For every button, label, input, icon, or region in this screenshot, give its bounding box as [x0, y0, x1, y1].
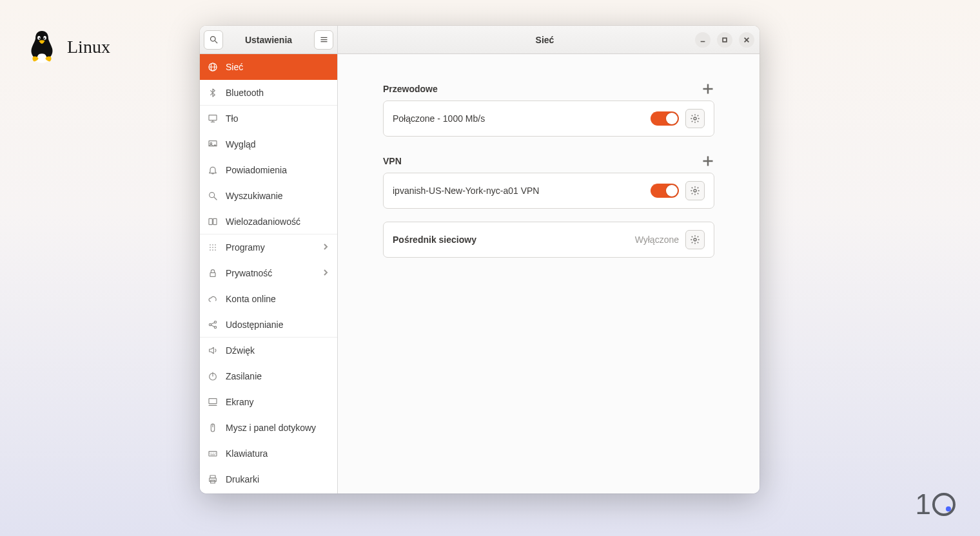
sidebar-item-sound[interactable]: Dźwięk — [200, 338, 337, 363]
desktop-icon — [208, 113, 218, 124]
proxy-status: Wyłączone — [635, 235, 679, 245]
sidebar-item-background[interactable]: Tło — [200, 106, 337, 131]
display-icon — [208, 397, 218, 407]
wired-status: Połączone - 1000 Mb/s — [393, 113, 644, 124]
svg-rect-20 — [209, 218, 212, 224]
maximize-icon — [721, 37, 728, 43]
svg-point-26 — [212, 247, 213, 248]
sidebar-item-label: Sieć — [226, 62, 329, 72]
watermark-zero — [932, 493, 956, 516]
wired-settings-button[interactable] — [685, 109, 705, 128]
mouse-icon — [208, 423, 218, 433]
sidebar-item-label: Wielozadaniowość — [226, 216, 329, 227]
sidebar-item-multitasking[interactable]: Wielozadaniowość — [200, 209, 337, 235]
gear-icon — [690, 235, 700, 245]
svg-point-28 — [210, 249, 211, 251]
hamburger-icon — [319, 35, 329, 44]
gear-icon — [690, 186, 700, 196]
sidebar-item-network[interactable]: Sieć — [200, 54, 337, 80]
sidebar-item-label: Powiadomienia — [226, 165, 329, 175]
watermark-one: 1 — [916, 488, 931, 521]
sidebar-item-label: Programy — [226, 242, 314, 253]
chevron-right-icon — [322, 242, 329, 253]
sidebar-item-apps[interactable]: Programy — [200, 235, 337, 260]
gear-icon — [690, 113, 700, 124]
sidebar-item-label: Drukarki — [226, 474, 329, 484]
svg-rect-13 — [209, 115, 217, 120]
add-vpn-button[interactable] — [701, 155, 714, 168]
wired-section-title: Przewodowe — [383, 84, 438, 94]
os-label-text: Linux — [67, 37, 110, 57]
sidebar-item-printers[interactable]: Drukarki — [200, 466, 337, 492]
svg-rect-39 — [209, 399, 217, 404]
plus-icon — [701, 155, 714, 168]
svg-point-61 — [694, 189, 696, 192]
vpn-card: ipvanish-US-New-York-nyc-a01 VPN — [383, 173, 714, 209]
sidebar-item-mouse[interactable]: Mysz i panel dotykowy — [200, 415, 337, 441]
sidebar-item-appearance[interactable]: Wygląd — [200, 131, 337, 157]
printer-icon — [208, 474, 218, 484]
sidebar-item-sharing[interactable]: Udostępnianie — [200, 312, 337, 338]
sidebar: Ustawienia SiećBluetoothTłoWyglądPowiado… — [200, 26, 338, 493]
sidebar-item-label: Prywatność — [226, 268, 314, 278]
os-label: Linux — [26, 29, 110, 64]
sidebar-item-online[interactable]: Konta online — [200, 286, 337, 312]
proxy-label: Pośrednik sieciowy — [393, 235, 629, 245]
chevron-right-icon — [322, 268, 329, 278]
hamburger-button[interactable] — [314, 30, 333, 50]
appearance-icon — [208, 139, 218, 149]
search-button[interactable] — [204, 30, 223, 50]
close-icon — [743, 37, 750, 43]
sidebar-item-label: Mysz i panel dotykowy — [226, 423, 329, 433]
svg-rect-53 — [723, 38, 727, 42]
sidebar-item-power[interactable]: Zasilanie — [200, 363, 337, 389]
maximize-button[interactable] — [717, 32, 732, 48]
svg-line-35 — [211, 322, 214, 324]
vpn-settings-button[interactable] — [685, 181, 705, 200]
content: Przewodowe Połączone - 1000 Mb/s VPN — [338, 54, 760, 276]
add-wired-button[interactable] — [701, 82, 714, 95]
sidebar-item-label: Konta online — [226, 294, 329, 304]
svg-point-1 — [37, 36, 41, 40]
main-panel: Sieć Przewodowe Połączone - 1000 Mb/s — [338, 26, 760, 493]
svg-line-36 — [211, 325, 214, 327]
proxy-settings-button[interactable] — [685, 230, 705, 249]
bell-icon — [208, 165, 218, 175]
wired-card: Połączone - 1000 Mb/s — [383, 100, 714, 137]
svg-point-23 — [212, 244, 213, 245]
sidebar-item-displays[interactable]: Ekrany — [200, 389, 337, 415]
globe-icon — [208, 62, 218, 72]
bluetooth-icon — [208, 88, 218, 98]
plus-icon — [701, 82, 714, 95]
svg-point-22 — [210, 244, 211, 245]
vpn-name: ipvanish-US-New-York-nyc-a01 VPN — [393, 186, 644, 196]
svg-point-18 — [210, 193, 215, 198]
main-header: Sieć — [338, 26, 760, 54]
svg-point-3 — [39, 37, 40, 39]
svg-rect-43 — [209, 452, 217, 456]
grid-icon — [208, 242, 218, 253]
svg-rect-31 — [210, 273, 215, 276]
svg-point-5 — [210, 37, 215, 42]
vpn-toggle[interactable] — [651, 184, 679, 198]
svg-point-30 — [215, 249, 216, 251]
sidebar-item-label: Wyszukiwanie — [226, 191, 329, 201]
svg-point-24 — [215, 244, 216, 245]
sidebar-item-notifications[interactable]: Powiadomienia — [200, 157, 337, 183]
wired-toggle[interactable] — [651, 111, 679, 126]
sidebar-item-privacy[interactable]: Prywatność — [200, 260, 337, 286]
sidebar-item-keyboard[interactable]: Klawiatura — [200, 441, 337, 466]
svg-point-29 — [212, 249, 213, 251]
svg-rect-21 — [213, 218, 217, 224]
minimize-button[interactable] — [695, 32, 710, 48]
watermark-10: 1 — [916, 488, 956, 521]
multitask-icon — [208, 216, 218, 227]
close-button[interactable] — [739, 32, 754, 48]
svg-point-2 — [43, 36, 46, 40]
sidebar-item-label: Dźwięk — [226, 345, 329, 356]
svg-point-58 — [694, 117, 696, 120]
svg-point-62 — [694, 238, 696, 241]
sidebar-header: Ustawienia — [200, 26, 337, 54]
sidebar-item-bluetooth[interactable]: Bluetooth — [200, 80, 337, 106]
sidebar-item-search[interactable]: Wyszukiwanie — [200, 183, 337, 209]
